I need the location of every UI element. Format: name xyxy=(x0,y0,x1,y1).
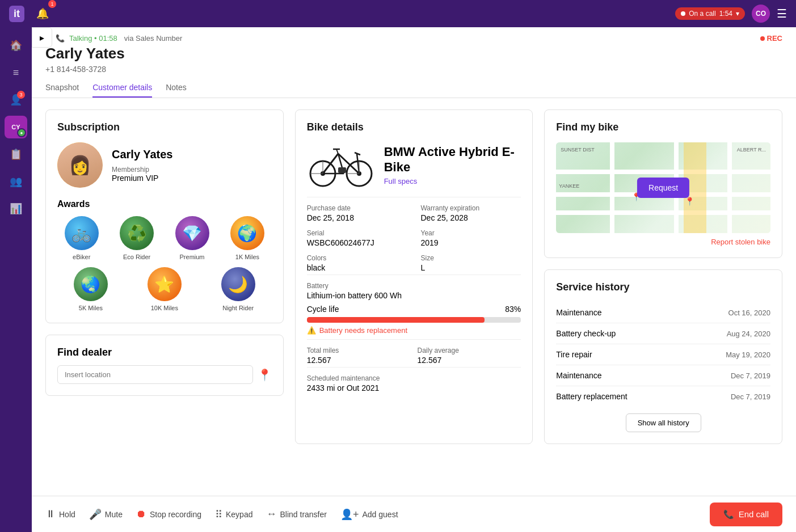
record-dot-icon xyxy=(681,11,685,16)
blind-transfer-icon: ↔ xyxy=(266,508,276,520)
blind-transfer-button[interactable]: ↔ Blind transfer xyxy=(266,508,326,520)
warranty-item: Warranty expiration Dec 25, 2028 xyxy=(420,204,521,222)
topbar-right: On a call 1:54 ▾ CO ☰ xyxy=(675,5,787,23)
topbar-left: it 🔔 1 xyxy=(9,2,54,25)
chevron-down-icon: ▾ xyxy=(736,10,739,18)
user-avatar[interactable]: CO xyxy=(752,5,770,23)
add-guest-icon: 👤+ xyxy=(340,508,359,521)
stop-recording-button[interactable]: ⏺ Stop recording xyxy=(136,508,201,520)
award-1k-miles: 🌍 1K Miles xyxy=(223,216,271,260)
keypad-icon: ⠿ xyxy=(215,508,222,521)
bike-name: BMW Active Hybrid E-Bike xyxy=(384,145,521,175)
service-history-title: Service history xyxy=(556,281,770,293)
year-label: Year xyxy=(420,229,521,237)
call-status: 📞 Talking • 01:58 via Sales Number xyxy=(45,34,182,43)
bike-details-title: Bike details xyxy=(307,121,521,133)
award-night-rider: 🌙 Night Rider xyxy=(205,267,272,311)
topbar: it 🔔 1 On a call 1:54 ▾ CO ☰ xyxy=(0,0,796,27)
tab-customer-details[interactable]: Customer details xyxy=(92,78,152,98)
profile-avatar: 👩 xyxy=(57,142,103,188)
warranty-value: Dec 25, 2028 xyxy=(420,213,521,222)
sidebar-item-contacts[interactable]: 👤 3 xyxy=(5,88,27,111)
year-value: 2019 xyxy=(420,238,521,247)
add-guest-label: Add guest xyxy=(362,510,398,519)
menu-icon[interactable]: ☰ xyxy=(777,7,787,20)
award-1k-icon: 🌍 xyxy=(230,216,264,250)
call-talking-label: Talking • 01:58 xyxy=(69,34,117,43)
award-10k-icon: ⭐ xyxy=(148,267,182,301)
hold-icon: ⏸ xyxy=(45,508,56,520)
service-date-2: May 19, 2020 xyxy=(726,351,770,359)
size-value: L xyxy=(420,263,521,272)
service-name-4: Battery replacement xyxy=(556,392,627,401)
battery-section: Battery Lithium-ion battery 600 Wh Cycle… xyxy=(307,275,521,335)
purchase-date-value: Dec 25, 2018 xyxy=(307,213,407,222)
find-dealer-input[interactable] xyxy=(57,365,253,384)
sidebar-item-users[interactable]: 👥 xyxy=(5,170,27,193)
membership-label: Membership xyxy=(112,166,173,174)
service-date-0: Oct 16, 2020 xyxy=(728,309,770,317)
sidebar-item-recent[interactable]: ≡ xyxy=(5,61,27,84)
scheduled-label: Scheduled maintenance xyxy=(307,374,521,382)
request-button[interactable]: Request xyxy=(637,178,689,198)
hold-button[interactable]: ⏸ Hold xyxy=(45,508,75,520)
daily-avg-label: Daily average xyxy=(417,347,521,354)
award-premium-label: Premium xyxy=(180,254,205,260)
service-name-3: Maintenance xyxy=(556,371,601,380)
customer-name: Carly Yates xyxy=(45,45,782,62)
tab-navigation: Snapshot Customer details Notes xyxy=(45,78,782,98)
award-ecorider-label: Eco Rider xyxy=(123,254,150,260)
find-dealer-title: Find dealer xyxy=(57,347,272,358)
service-name-1: Battery check-up xyxy=(556,329,616,338)
bike-info: BMW Active Hybrid E-Bike Full specs xyxy=(384,145,521,185)
award-eco-rider: ♻️ Eco Rider xyxy=(112,216,161,260)
notifications-button[interactable]: 🔔 1 xyxy=(31,2,54,25)
location-pin-icon[interactable]: 📍 xyxy=(258,368,272,382)
cy-online-icon: ● xyxy=(17,128,26,137)
on-call-label: On a call xyxy=(689,10,715,18)
colors-item: Colors black xyxy=(307,254,407,272)
tab-snapshot[interactable]: Snapshot xyxy=(45,78,79,98)
award-5k-miles: 🌏 5K Miles xyxy=(57,267,124,311)
add-guest-button[interactable]: 👤+ Add guest xyxy=(340,508,398,521)
on-call-time: 1:54 xyxy=(719,10,732,18)
report-stolen-link[interactable]: Report stolen bike xyxy=(556,238,770,246)
serial-item: Serial WSBC606024677J xyxy=(307,229,407,247)
show-all-history-button[interactable]: Show all history xyxy=(626,413,701,432)
sidebar-item-tasks[interactable]: 📋 xyxy=(5,143,27,166)
keypad-button[interactable]: ⠿ Keypad xyxy=(215,508,252,521)
total-miles-label: Total miles xyxy=(307,347,411,354)
battery-value: Lithium-ion battery 600 Wh xyxy=(307,291,521,300)
sidebar-avatar-cy[interactable]: CY ● xyxy=(5,116,27,138)
sidebar-expand-button[interactable]: ▸ xyxy=(32,27,52,48)
map-label-yankee: YANKEE xyxy=(559,183,579,189)
bike-image-row: BMW Active Hybrid E-Bike Full specs xyxy=(307,142,521,188)
size-label: Size xyxy=(420,254,521,262)
colors-label: Colors xyxy=(307,254,407,262)
miles-grid: Total miles 12.567 Daily average 12.567 xyxy=(307,339,521,365)
mute-button[interactable]: 🎤 Mute xyxy=(89,508,123,521)
warning-icon: ⚠️ xyxy=(307,326,316,335)
warranty-label: Warranty expiration xyxy=(420,204,521,212)
call-via-label: via Sales Number xyxy=(124,34,183,43)
call-header: 📞 Talking • 01:58 via Sales Number REC C… xyxy=(32,27,796,98)
find-dealer-input-row: 📍 xyxy=(57,365,272,384)
service-item-2: Tire repair May 19, 2020 xyxy=(556,344,770,365)
rec-label: REC xyxy=(767,34,782,43)
subscription-profile: 👩 Carly Yates Membership Premium VIP xyxy=(57,142,272,188)
award-ebiker-label: eBiker xyxy=(73,254,90,260)
bottom-bar: ⏸ Hold 🎤 Mute ⏺ Stop recording ⠿ Keypad … xyxy=(32,496,796,532)
service-date-1: Aug 24, 2020 xyxy=(727,330,770,338)
app-logo[interactable]: it xyxy=(9,6,24,22)
sidebar-item-analytics[interactable]: 📊 xyxy=(5,197,27,220)
sidebar-item-home[interactable]: 🏠 xyxy=(5,34,27,57)
end-call-label: End call xyxy=(739,509,769,519)
bike-full-specs-link[interactable]: Full specs xyxy=(384,177,521,185)
end-call-button[interactable]: 📞 End call xyxy=(710,503,782,526)
tab-notes[interactable]: Notes xyxy=(166,78,187,98)
main-content: Subscription 👩 Carly Yates Membership Pr… xyxy=(32,98,796,455)
mute-label: Mute xyxy=(105,510,123,519)
service-name-2: Tire repair xyxy=(556,350,592,359)
blind-transfer-label: Blind transfer xyxy=(280,510,326,519)
on-call-badge[interactable]: On a call 1:54 ▾ xyxy=(675,7,745,20)
